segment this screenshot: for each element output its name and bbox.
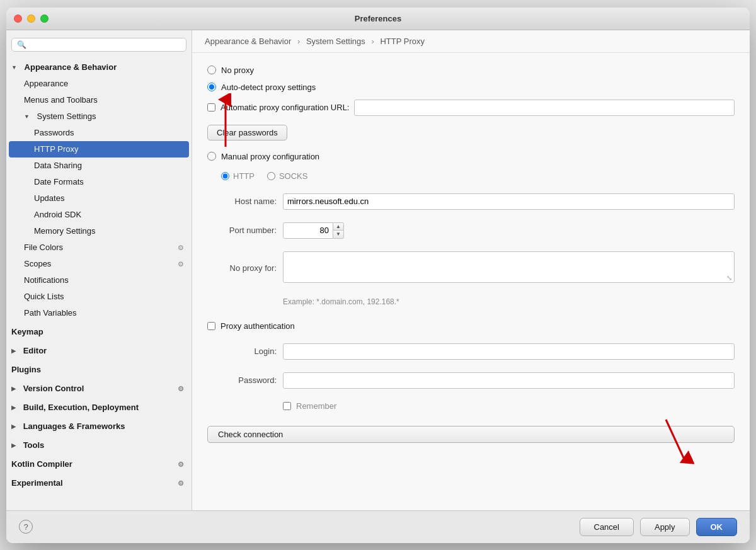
sidebar-item-scopes[interactable]: Scopes ⚙: [6, 256, 192, 272]
breadcrumb-sep-1: ›: [297, 37, 302, 46]
bottom-bar: ? Cancel Apply OK: [6, 510, 750, 543]
proxy-auth-label: Proxy authentication: [220, 321, 295, 331]
remember-checkbox[interactable]: [283, 402, 291, 410]
sidebar: 🔍 ▼ Appearance & Behavior Appearance Men…: [6, 30, 192, 510]
no-proxy-for-label: No proxy for:: [207, 263, 283, 273]
sidebar-item-keymap[interactable]: Keymap: [6, 324, 192, 340]
main-panel: Appearance & Behavior › System Settings …: [192, 30, 750, 510]
sidebar-item-quick-lists[interactable]: Quick Lists: [6, 289, 192, 305]
main-wrapper: Appearance & Behavior › System Settings …: [192, 30, 750, 510]
socks-option: SOCKS: [267, 171, 308, 181]
sidebar-item-memory-settings[interactable]: Memory Settings: [6, 223, 192, 239]
password-label: Password:: [207, 375, 283, 385]
port-row: Port number: ▲ ▼: [207, 222, 735, 239]
sidebar-item-experimental[interactable]: Experimental ⚙: [6, 475, 192, 491]
port-input[interactable]: [283, 222, 333, 239]
ok-button[interactable]: OK: [696, 518, 738, 536]
sidebar-item-languages-frameworks[interactable]: ▶ Languages & Frameworks: [6, 418, 192, 435]
socks-radio[interactable]: [267, 172, 275, 180]
host-label: Host name:: [207, 197, 283, 206]
http-radio[interactable]: [221, 172, 229, 180]
password-input[interactable]: [283, 372, 735, 389]
sidebar-item-http-proxy[interactable]: HTTP Proxy: [9, 141, 189, 158]
login-row: Login:: [207, 343, 735, 360]
sidebar-item-appearance[interactable]: Appearance: [6, 76, 192, 92]
sidebar-item-updates[interactable]: Updates: [6, 190, 192, 207]
minimize-button[interactable]: [27, 14, 35, 23]
maximize-button[interactable]: [40, 14, 49, 23]
sidebar-item-kotlin-compiler[interactable]: Kotlin Compiler ⚙: [6, 456, 192, 473]
chevron-right-icon: ▶: [11, 401, 16, 415]
password-row: Password:: [207, 372, 735, 389]
port-down-button[interactable]: ▼: [333, 230, 343, 238]
clear-passwords-button[interactable]: Clear passwords: [207, 125, 287, 140]
sidebar-item-data-sharing[interactable]: Data Sharing: [6, 158, 192, 174]
http-label: HTTP: [233, 171, 255, 181]
remember-label: Remember: [296, 401, 336, 411]
sidebar-item-system-settings[interactable]: ▼ System Settings: [6, 108, 192, 125]
proxy-section: No proxy Auto-detect proxy settings Auto…: [207, 66, 735, 443]
port-spinners: ▲ ▼: [333, 222, 344, 239]
sidebar-item-build-execution[interactable]: ▶ Build, Execution, Deployment: [6, 399, 192, 416]
chevron-right-icon: ▶: [11, 438, 16, 452]
chevron-right-icon: ▶: [11, 382, 16, 396]
sidebar-item-android-sdk[interactable]: Android SDK: [6, 207, 192, 223]
socks-label: SOCKS: [279, 171, 308, 181]
traffic-lights: [14, 14, 49, 23]
remember-row: Remember: [283, 401, 735, 411]
auto-detect-radio[interactable]: [207, 83, 216, 91]
chevron-right-icon: ▶: [11, 344, 16, 358]
port-input-wrap: ▲ ▼: [283, 222, 344, 239]
sidebar-item-file-colors[interactable]: File Colors ⚙: [6, 239, 192, 256]
check-connection-button[interactable]: Check connection: [207, 426, 735, 443]
example-text: Example: *.domain.com, 192.168.*: [283, 297, 735, 306]
breadcrumb-part-3: HTTP Proxy: [380, 37, 425, 46]
settings-icon: ⚙: [178, 257, 184, 271]
search-box[interactable]: 🔍: [11, 38, 186, 52]
chevron-down-icon: ▼: [24, 110, 30, 123]
proxy-auth-row: Proxy authentication: [207, 321, 735, 331]
auto-url-checkbox[interactable]: [207, 103, 215, 112]
sidebar-item-date-formats[interactable]: Date Formats: [6, 174, 192, 190]
sidebar-item-path-variables[interactable]: Path Variables: [6, 305, 192, 321]
auto-detect-row: Auto-detect proxy settings: [207, 83, 735, 92]
breadcrumb-sep-2: ›: [371, 37, 376, 46]
login-input[interactable]: [283, 343, 735, 360]
expand-icon[interactable]: ⤡: [726, 274, 732, 282]
manual-proxy-label: Manual proxy configuration: [221, 152, 319, 161]
settings-icon: ⚙: [178, 476, 184, 490]
sidebar-item-version-control[interactable]: ▶ Version Control ⚙: [6, 381, 192, 397]
proxy-auth-checkbox[interactable]: [207, 322, 215, 330]
host-input[interactable]: [283, 193, 735, 210]
sidebar-item-menus-toolbars[interactable]: Menus and Toolbars: [6, 92, 192, 108]
no-proxy-for-row: No proxy for: ⤡: [207, 251, 735, 285]
no-proxy-label: No proxy: [221, 66, 254, 75]
no-proxy-for-input[interactable]: [283, 251, 735, 283]
cancel-button[interactable]: Cancel: [580, 518, 634, 536]
no-proxy-row: No proxy: [207, 66, 735, 75]
sidebar-item-appearance-behavior[interactable]: ▼ Appearance & Behavior: [6, 59, 192, 76]
help-button[interactable]: ?: [19, 520, 33, 534]
sidebar-item-passwords[interactable]: Passwords: [6, 125, 192, 141]
auto-url-label: Automatic proxy configuration URL:: [220, 103, 349, 112]
login-label: Login:: [207, 347, 283, 356]
close-button[interactable]: [14, 14, 22, 23]
titlebar: Preferences: [6, 8, 750, 30]
port-label: Port number:: [207, 226, 283, 235]
settings-icon: ⚙: [178, 382, 184, 396]
host-row: Host name:: [207, 193, 735, 210]
manual-proxy-radio[interactable]: [207, 152, 216, 161]
search-input[interactable]: [30, 40, 181, 49]
port-up-button[interactable]: ▲: [333, 223, 343, 231]
bottom-buttons: Cancel Apply OK: [580, 518, 738, 536]
auto-url-input[interactable]: [354, 100, 735, 116]
sidebar-item-tools[interactable]: ▶ Tools: [6, 437, 192, 454]
sidebar-item-editor[interactable]: ▶ Editor: [6, 343, 192, 359]
apply-button[interactable]: Apply: [640, 518, 690, 536]
search-icon: 🔍: [17, 40, 26, 49]
settings-icon: ⚙: [178, 241, 184, 255]
no-proxy-radio[interactable]: [207, 66, 216, 74]
sidebar-item-notifications[interactable]: Notifications: [6, 272, 192, 289]
sidebar-item-plugins[interactable]: Plugins: [6, 362, 192, 378]
manual-proxy-row: Manual proxy configuration: [207, 152, 735, 161]
